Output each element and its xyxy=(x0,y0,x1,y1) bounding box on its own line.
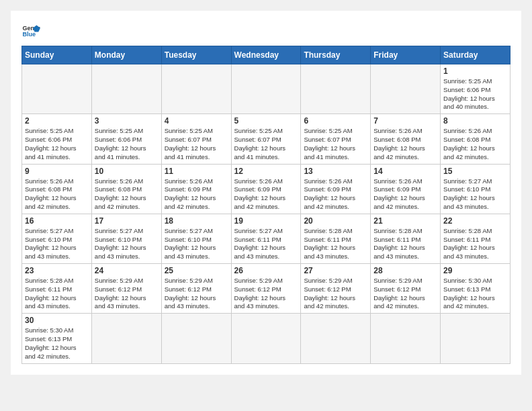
weekday-header: Sunday xyxy=(22,46,92,64)
day-number: 24 xyxy=(95,266,159,275)
calendar-cell: 4Sunrise: 5:25 AM Sunset: 6:07 PM Daylig… xyxy=(161,114,231,164)
day-number: 2 xyxy=(25,116,89,126)
day-info: Sunrise: 5:25 AM Sunset: 6:07 PM Dayligh… xyxy=(234,127,298,161)
weekday-header: Friday xyxy=(371,46,441,64)
logo-icon: General Blue xyxy=(21,21,40,40)
weekday-header-row: SundayMondayTuesdayWednesdayThursdayFrid… xyxy=(22,46,511,64)
day-number: 27 xyxy=(304,266,367,275)
day-number: 15 xyxy=(443,167,507,176)
calendar-cell: 13Sunrise: 5:26 AM Sunset: 6:09 PM Dayli… xyxy=(301,164,371,214)
day-number: 16 xyxy=(25,216,89,226)
calendar-cell: 20Sunrise: 5:28 AM Sunset: 6:11 PM Dayli… xyxy=(301,214,371,263)
day-info: Sunrise: 5:25 AM Sunset: 6:07 PM Dayligh… xyxy=(165,127,228,161)
logo: General Blue xyxy=(21,21,40,40)
day-number: 29 xyxy=(443,266,507,275)
day-info: Sunrise: 5:30 AM Sunset: 6:13 PM Dayligh… xyxy=(443,277,507,311)
calendar-cell: 28Sunrise: 5:29 AM Sunset: 6:12 PM Dayli… xyxy=(371,264,441,314)
day-number: 26 xyxy=(234,266,298,275)
calendar-cell: 27Sunrise: 5:29 AM Sunset: 6:12 PM Dayli… xyxy=(301,264,371,314)
weekday-header: Wednesday xyxy=(231,46,301,64)
day-number: 1 xyxy=(443,66,507,76)
day-info: Sunrise: 5:27 AM Sunset: 6:10 PM Dayligh… xyxy=(95,227,159,261)
day-number: 17 xyxy=(95,216,159,226)
day-info: Sunrise: 5:27 AM Sunset: 6:10 PM Dayligh… xyxy=(25,227,89,261)
weekday-header: Monday xyxy=(91,46,161,64)
day-number: 28 xyxy=(373,266,437,275)
day-info: Sunrise: 5:26 AM Sunset: 6:08 PM Dayligh… xyxy=(25,177,89,212)
day-number: 22 xyxy=(443,216,507,226)
calendar-week-row: 30Sunrise: 5:30 AM Sunset: 6:13 PM Dayli… xyxy=(22,314,511,363)
calendar-cell: 11Sunrise: 5:26 AM Sunset: 6:09 PM Dayli… xyxy=(161,164,231,214)
day-number: 8 xyxy=(443,116,507,126)
calendar-cell: 29Sunrise: 5:30 AM Sunset: 6:13 PM Dayli… xyxy=(441,264,511,314)
day-info: Sunrise: 5:29 AM Sunset: 6:12 PM Dayligh… xyxy=(304,277,367,311)
calendar-cell xyxy=(231,64,301,114)
calendar-cell xyxy=(231,314,301,363)
svg-text:Blue: Blue xyxy=(22,31,36,38)
calendar-cell: 22Sunrise: 5:28 AM Sunset: 6:11 PM Dayli… xyxy=(441,214,511,263)
calendar-cell: 5Sunrise: 5:25 AM Sunset: 6:07 PM Daylig… xyxy=(231,114,301,164)
day-info: Sunrise: 5:26 AM Sunset: 6:08 PM Dayligh… xyxy=(95,177,159,212)
day-number: 14 xyxy=(373,167,437,176)
calendar-week-row: 2Sunrise: 5:25 AM Sunset: 6:06 PM Daylig… xyxy=(22,114,511,164)
day-info: Sunrise: 5:25 AM Sunset: 6:06 PM Dayligh… xyxy=(25,127,89,161)
calendar-cell: 19Sunrise: 5:27 AM Sunset: 6:11 PM Dayli… xyxy=(231,214,301,263)
calendar-cell: 23Sunrise: 5:28 AM Sunset: 6:11 PM Dayli… xyxy=(22,264,92,314)
day-number: 7 xyxy=(373,116,437,126)
day-number: 4 xyxy=(165,116,228,126)
day-info: Sunrise: 5:29 AM Sunset: 6:12 PM Dayligh… xyxy=(95,277,159,311)
weekday-header: Thursday xyxy=(301,46,371,64)
calendar-cell: 7Sunrise: 5:26 AM Sunset: 6:08 PM Daylig… xyxy=(371,114,441,164)
day-number: 25 xyxy=(165,266,228,275)
calendar-cell xyxy=(371,314,441,363)
calendar-week-row: 23Sunrise: 5:28 AM Sunset: 6:11 PM Dayli… xyxy=(22,264,511,314)
day-info: Sunrise: 5:26 AM Sunset: 6:09 PM Dayligh… xyxy=(165,177,228,212)
calendar-cell: 17Sunrise: 5:27 AM Sunset: 6:10 PM Dayli… xyxy=(91,214,161,263)
calendar-cell: 30Sunrise: 5:30 AM Sunset: 6:13 PM Dayli… xyxy=(22,314,92,363)
day-info: Sunrise: 5:26 AM Sunset: 6:09 PM Dayligh… xyxy=(304,177,367,212)
day-info: Sunrise: 5:28 AM Sunset: 6:11 PM Dayligh… xyxy=(443,227,507,261)
calendar-cell: 1Sunrise: 5:25 AM Sunset: 6:06 PM Daylig… xyxy=(441,64,511,114)
day-info: Sunrise: 5:27 AM Sunset: 6:10 PM Dayligh… xyxy=(443,177,507,212)
day-number: 18 xyxy=(165,216,228,226)
day-info: Sunrise: 5:26 AM Sunset: 6:09 PM Dayligh… xyxy=(373,177,437,212)
calendar-cell: 14Sunrise: 5:26 AM Sunset: 6:09 PM Dayli… xyxy=(371,164,441,214)
calendar-cell: 10Sunrise: 5:26 AM Sunset: 6:08 PM Dayli… xyxy=(91,164,161,214)
calendar-cell: 26Sunrise: 5:29 AM Sunset: 6:12 PM Dayli… xyxy=(231,264,301,314)
day-info: Sunrise: 5:26 AM Sunset: 6:08 PM Dayligh… xyxy=(443,127,507,161)
calendar-cell xyxy=(301,314,371,363)
day-info: Sunrise: 5:30 AM Sunset: 6:13 PM Dayligh… xyxy=(25,326,89,361)
calendar-cell: 6Sunrise: 5:25 AM Sunset: 6:07 PM Daylig… xyxy=(301,114,371,164)
day-info: Sunrise: 5:25 AM Sunset: 6:06 PM Dayligh… xyxy=(443,77,507,111)
day-number: 21 xyxy=(373,216,437,226)
calendar-cell: 3Sunrise: 5:25 AM Sunset: 6:06 PM Daylig… xyxy=(91,114,161,164)
day-number: 3 xyxy=(95,116,159,126)
calendar-cell xyxy=(161,64,231,114)
calendar-cell: 25Sunrise: 5:29 AM Sunset: 6:12 PM Dayli… xyxy=(161,264,231,314)
day-info: Sunrise: 5:26 AM Sunset: 6:08 PM Dayligh… xyxy=(373,127,437,161)
calendar-week-row: 1Sunrise: 5:25 AM Sunset: 6:06 PM Daylig… xyxy=(22,64,511,114)
calendar-page: General Blue SundayMondayTuesdayWednesda… xyxy=(11,11,521,375)
calendar-week-row: 9Sunrise: 5:26 AM Sunset: 6:08 PM Daylig… xyxy=(22,164,511,214)
calendar-cell xyxy=(91,314,161,363)
calendar-cell xyxy=(22,64,92,114)
day-number: 20 xyxy=(304,216,367,226)
calendar-cell xyxy=(161,314,231,363)
calendar-week-row: 16Sunrise: 5:27 AM Sunset: 6:10 PM Dayli… xyxy=(22,214,511,263)
day-info: Sunrise: 5:29 AM Sunset: 6:12 PM Dayligh… xyxy=(373,277,437,311)
day-info: Sunrise: 5:28 AM Sunset: 6:11 PM Dayligh… xyxy=(373,227,437,261)
day-number: 10 xyxy=(95,167,159,176)
day-info: Sunrise: 5:28 AM Sunset: 6:11 PM Dayligh… xyxy=(25,277,89,311)
calendar-cell xyxy=(371,64,441,114)
calendar-cell: 12Sunrise: 5:26 AM Sunset: 6:09 PM Dayli… xyxy=(231,164,301,214)
calendar-table: SundayMondayTuesdayWednesdayThursdayFrid… xyxy=(21,46,511,364)
calendar-cell: 15Sunrise: 5:27 AM Sunset: 6:10 PM Dayli… xyxy=(441,164,511,214)
day-info: Sunrise: 5:26 AM Sunset: 6:09 PM Dayligh… xyxy=(234,177,298,212)
day-number: 5 xyxy=(234,116,298,126)
calendar-cell: 2Sunrise: 5:25 AM Sunset: 6:06 PM Daylig… xyxy=(22,114,92,164)
day-number: 19 xyxy=(234,216,298,226)
calendar-cell xyxy=(301,64,371,114)
day-info: Sunrise: 5:28 AM Sunset: 6:11 PM Dayligh… xyxy=(304,227,367,261)
day-info: Sunrise: 5:29 AM Sunset: 6:12 PM Dayligh… xyxy=(165,277,228,311)
calendar-cell: 18Sunrise: 5:27 AM Sunset: 6:10 PM Dayli… xyxy=(161,214,231,263)
